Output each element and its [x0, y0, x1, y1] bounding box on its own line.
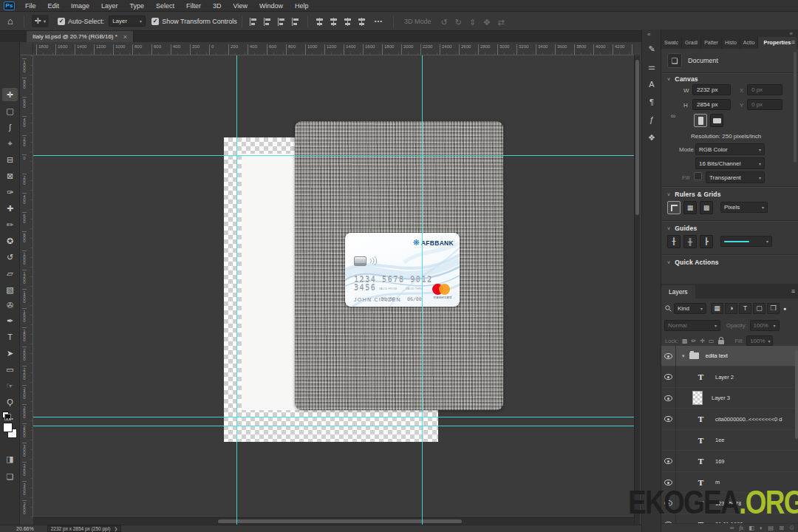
- healing-brush-tool[interactable]: ✚: [2, 202, 18, 215]
- layer-row[interactable]: ▾edita text: [661, 346, 798, 366]
- layers-fill-input[interactable]: 100%▾: [746, 335, 773, 346]
- tab-patter[interactable]: Patter: [701, 37, 722, 49]
- object-selection-tool[interactable]: ⌖: [2, 137, 18, 150]
- link-dimensions-icon[interactable]: ∞: [670, 113, 676, 119]
- layer-row[interactable]: Tcita0000000..<<<<<<<<0 d: [661, 409, 798, 430]
- adjustments-icon[interactable]: ⚌: [642, 59, 661, 74]
- tab-histo[interactable]: Histo: [722, 37, 740, 49]
- align-top-icon[interactable]: [292, 18, 300, 26]
- properties-scrollbar-thumb[interactable]: [794, 52, 797, 163]
- foreground-color-swatch[interactable]: [3, 423, 13, 432]
- landscape-orientation-button[interactable]: [710, 114, 723, 127]
- gradient-tool[interactable]: ▧: [2, 283, 18, 296]
- layer-visibility-toggle[interactable]: [661, 366, 676, 387]
- lock-artboard-icon[interactable]: ▭: [709, 338, 715, 344]
- adjustment-layer-icon[interactable]: ◐: [760, 525, 763, 532]
- tab-gradi[interactable]: Gradi: [682, 37, 701, 49]
- filter-shape-layers-icon[interactable]: ▢: [753, 303, 765, 314]
- opacity-input[interactable]: 100%▾: [750, 320, 780, 331]
- align-right-icon[interactable]: [278, 18, 286, 26]
- align-left-icon[interactable]: [250, 18, 258, 26]
- brush-tool[interactable]: ✏: [2, 218, 18, 231]
- toggle-grid-button[interactable]: ▦: [683, 201, 697, 214]
- blur-tool[interactable]: ✇: [2, 299, 18, 312]
- collapse-panels-icon[interactable]: «: [790, 30, 793, 37]
- frame-tool[interactable]: ⊠: [2, 169, 18, 183]
- layers-panel-menu-icon[interactable]: ≡: [791, 287, 795, 295]
- zoom-tool[interactable]: Ϙ: [2, 395, 18, 409]
- canvas-viewport[interactable]: ❋ AFBBANK 1234 5678 9012 3456 VALID FROM…: [33, 55, 634, 517]
- layer-row[interactable]: T01.01.1990: [661, 514, 798, 523]
- new-layer-icon[interactable]: ⊞: [779, 525, 784, 532]
- distribute-bottom-icon[interactable]: [358, 18, 366, 26]
- width-input[interactable]: 2232 px: [692, 84, 731, 95]
- filter-smart-objects-icon[interactable]: ❒: [767, 303, 780, 314]
- guides-section-header[interactable]: ˅ Guides: [667, 225, 697, 232]
- delete-layer-icon[interactable]: ♲: [789, 525, 794, 532]
- horizontal-ruler[interactable]: 2000180016001400120010008006004002000200…: [33, 42, 634, 55]
- ruler-origin-corner[interactable]: [20, 42, 33, 55]
- home-icon[interactable]: ⌂: [7, 16, 13, 27]
- menu-item-image[interactable]: Image: [65, 0, 95, 12]
- move-tool[interactable]: ✛: [2, 88, 18, 101]
- vertical-scrollbar[interactable]: [634, 55, 640, 525]
- layer-visibility-toggle[interactable]: [661, 493, 676, 514]
- tab-actio[interactable]: Actio: [740, 37, 759, 49]
- lock-pixels-icon[interactable]: ✏: [692, 338, 697, 344]
- fill-dropdown[interactable]: Transparent▾: [706, 171, 765, 183]
- toggle-transparency-button[interactable]: ▩: [700, 201, 713, 214]
- close-icon[interactable]: ×: [123, 33, 127, 41]
- menu-item-edit[interactable]: Edit: [42, 0, 66, 12]
- distribute-right-icon[interactable]: [344, 18, 352, 26]
- layer-visibility-toggle[interactable]: [661, 409, 676, 429]
- active-tool-preset[interactable]: ✛ ▾: [32, 15, 49, 27]
- layer-visibility-toggle[interactable]: [661, 346, 676, 366]
- menu-item-type[interactable]: Type: [124, 0, 151, 12]
- document-size-info[interactable]: 2232 px x 2854 px (250 ppi)❯: [47, 525, 122, 532]
- fill-checkbox[interactable]: [694, 172, 702, 180]
- layer-row[interactable]: T1234 5678: [661, 494, 798, 514]
- height-input[interactable]: 2854 px: [692, 99, 731, 110]
- ruler-units-dropdown[interactable]: Pixels▾: [720, 202, 768, 213]
- panel-menu-icon[interactable]: ≡: [791, 38, 795, 46]
- filter-adjustment-layers-icon[interactable]: ◑: [725, 303, 737, 314]
- menu-item-help[interactable]: Help: [289, 0, 315, 12]
- brush-settings-icon[interactable]: ✎: [642, 41, 661, 56]
- menu-item-window[interactable]: Window: [253, 0, 289, 12]
- layer-mask-icon[interactable]: ◧: [748, 525, 754, 532]
- zoom-level[interactable]: 20.66%: [16, 526, 34, 531]
- tab-layers[interactable]: Layers: [661, 285, 695, 299]
- layer-visibility-toggle[interactable]: [661, 472, 676, 493]
- layer-row[interactable]: T169: [661, 451, 798, 472]
- color-mode-dropdown[interactable]: RGB Color▾: [695, 143, 765, 155]
- portrait-orientation-button[interactable]: [694, 114, 707, 127]
- path-selection-tool[interactable]: ➤: [2, 347, 18, 360]
- hand-tool[interactable]: ☞: [2, 379, 18, 392]
- menu-item-file[interactable]: File: [19, 0, 42, 12]
- clone-stamp-tool[interactable]: ✪: [2, 234, 18, 248]
- vertical-ruler[interactable]: 1000800600400200020040060080010001200140…: [20, 55, 33, 517]
- toggle-rulers-button[interactable]: [667, 201, 681, 214]
- auto-select-dropdown[interactable]: Layer▾: [109, 16, 146, 27]
- photoshop-logo-icon[interactable]: Ps: [4, 1, 15, 10]
- horizontal-scrollbar[interactable]: [33, 517, 634, 525]
- layer-visibility-toggle[interactable]: [661, 388, 676, 409]
- filter-kind-dropdown[interactable]: Kind▾: [674, 303, 706, 314]
- toggle-smart-guides-button[interactable]: ╫: [683, 235, 697, 248]
- crop-tool[interactable]: ⊟: [2, 153, 18, 166]
- quick-mask-button[interactable]: ◨: [2, 453, 18, 465]
- layer-row[interactable]: T1ee: [661, 430, 798, 451]
- quick-actions-section-header[interactable]: ˅ Quick Actions: [667, 259, 719, 266]
- menu-item-select[interactable]: Select: [150, 0, 180, 12]
- lock-guides-button[interactable]: ┣: [700, 235, 713, 248]
- lock-transparency-icon[interactable]: ▩: [682, 338, 688, 344]
- link-layers-icon[interactable]: ∞: [730, 525, 734, 532]
- chevron-down-icon[interactable]: ▾: [682, 353, 685, 359]
- layer-group-icon[interactable]: ▤: [768, 525, 774, 532]
- layer-row[interactable]: Tm: [661, 472, 798, 493]
- character-panel-icon[interactable]: A: [642, 77, 661, 92]
- marquee-tool[interactable]: ▢: [2, 104, 18, 117]
- auto-select-checkbox[interactable]: ✓: [58, 18, 65, 25]
- glyphs-panel-icon[interactable]: ƒ: [642, 112, 661, 127]
- more-options-icon[interactable]: •••: [375, 18, 383, 24]
